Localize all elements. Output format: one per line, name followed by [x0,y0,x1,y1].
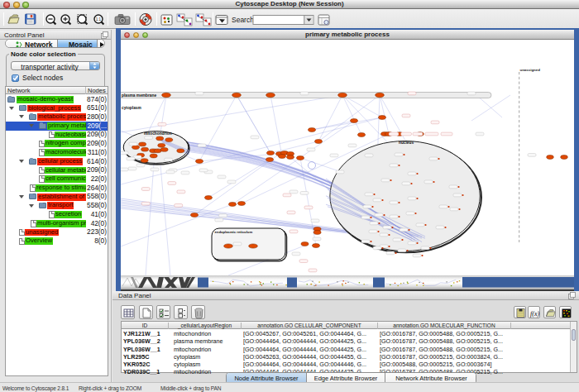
svg-text:cytoplasm: cytoplasm [122,106,141,110]
svg-text:f(x): f(x) [530,310,539,318]
svg-text:mitochondrion: mitochondrion [144,131,172,136]
svg-text:unassigned: unassigned [520,68,541,72]
svg-text:1:1: 1:1 [96,17,102,22]
svg-text:plasma membrane: plasma membrane [122,93,156,98]
svg-text:nucleus: nucleus [399,141,414,145]
svg-text:Search:: Search: [232,16,256,24]
svg-text:endoplasmic reticulum: endoplasmic reticulum [215,230,253,234]
